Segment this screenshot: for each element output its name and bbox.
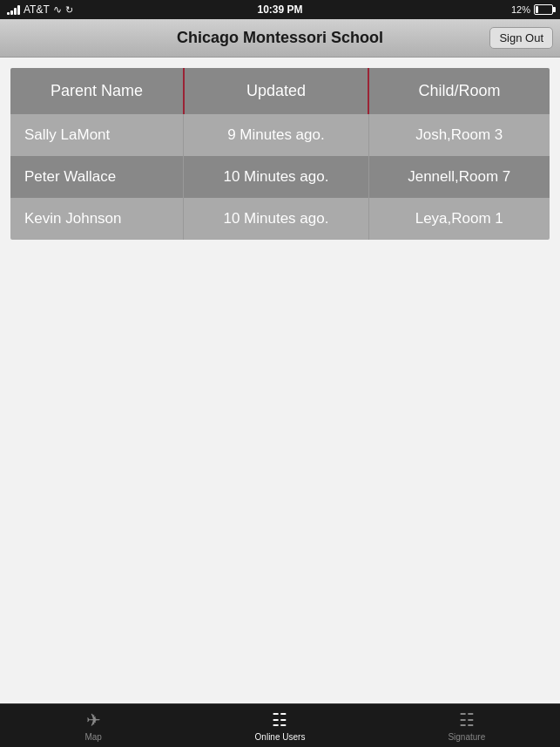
col-header-updated: Updated bbox=[184, 67, 368, 114]
cell-child-room: Josh,Room 3 bbox=[368, 114, 550, 156]
tab-online-users-label: Online Users bbox=[255, 732, 306, 742]
signature-icon: ☷ bbox=[459, 710, 475, 730]
app-title: Chicago Montessori School bbox=[177, 29, 383, 47]
tab-signature-label: Signature bbox=[448, 732, 485, 742]
cell-updated: 10 Minutes ago. bbox=[184, 198, 368, 241]
col-header-parent-name: Parent Name bbox=[10, 67, 184, 114]
map-icon: ✈ bbox=[86, 710, 101, 730]
data-table: Parent Name Updated Child/Room Sally LaM… bbox=[9, 66, 551, 241]
online-users-icon: ☷ bbox=[272, 710, 287, 730]
cell-updated: 9 Minutes ago. bbox=[184, 114, 368, 156]
activity-icon: ↻ bbox=[65, 4, 73, 16]
table-header-row: Parent Name Updated Child/Room bbox=[10, 67, 550, 114]
battery-icon bbox=[534, 4, 553, 15]
status-time: 10:39 PM bbox=[257, 3, 302, 16]
battery-percent-label: 12% bbox=[511, 4, 530, 15]
tab-bar: ✈ Map ☷ Online Users ☷ Signature bbox=[0, 703, 560, 747]
cell-parent-name: Kevin Johnson bbox=[10, 198, 184, 241]
table-row[interactable]: Peter Wallace10 Minutes ago.Jennell,Room… bbox=[10, 156, 550, 198]
signal-bars-icon bbox=[7, 4, 20, 15]
cell-parent-name: Peter Wallace bbox=[10, 156, 184, 198]
table-row[interactable]: Sally LaMont9 Minutes ago.Josh,Room 3 bbox=[10, 114, 550, 156]
col-header-child-room: Child/Room bbox=[368, 67, 550, 114]
table-body: Sally LaMont9 Minutes ago.Josh,Room 3Pet… bbox=[10, 114, 550, 241]
sign-out-button[interactable]: Sign Out bbox=[489, 27, 553, 49]
cell-updated: 10 Minutes ago. bbox=[184, 156, 368, 198]
table-row[interactable]: Kevin Johnson10 Minutes ago.Leya,Room 1 bbox=[10, 198, 550, 241]
status-left: AT&T ∿ ↻ bbox=[7, 3, 73, 16]
status-bar: AT&T ∿ ↻ 10:39 PM 12% bbox=[0, 0, 560, 19]
carrier-label: AT&T bbox=[24, 3, 50, 16]
status-right: 12% bbox=[511, 4, 553, 15]
tab-map-label: Map bbox=[84, 732, 101, 742]
wifi-icon: ∿ bbox=[53, 3, 62, 16]
tab-signature[interactable]: ☷ Signature bbox=[374, 710, 560, 742]
nav-bar: Chicago Montessori School Sign Out bbox=[0, 19, 560, 58]
main-content: Parent Name Updated Child/Room Sally LaM… bbox=[0, 58, 560, 703]
cell-child-room: Jennell,Room 7 bbox=[368, 156, 550, 198]
cell-parent-name: Sally LaMont bbox=[10, 114, 184, 156]
cell-child-room: Leya,Room 1 bbox=[368, 198, 550, 241]
tab-map[interactable]: ✈ Map bbox=[0, 710, 186, 742]
tab-online-users[interactable]: ☷ Online Users bbox=[186, 710, 373, 742]
